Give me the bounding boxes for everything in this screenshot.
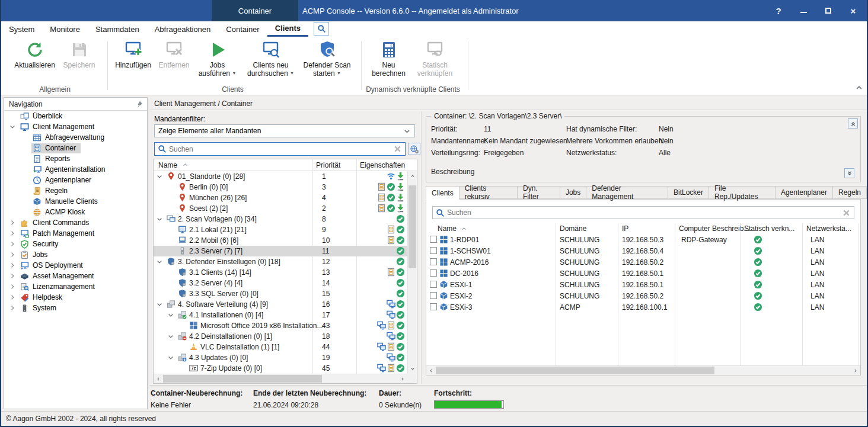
ribbon-speichern-button[interactable]: Speichern <box>60 40 99 69</box>
scroll-up-arrow[interactable] <box>408 171 417 181</box>
chevron-down-icon[interactable] <box>9 123 16 130</box>
mandant-filter-select[interactable]: Zeige Elemente aller Mandanten <box>154 124 415 137</box>
chevron-right-icon[interactable] <box>9 230 16 237</box>
sidebar-item-jobs[interactable]: Jobs <box>4 249 147 260</box>
client-checkbox[interactable] <box>430 269 437 277</box>
sidebar-item-überblick[interactable]: Überblick <box>4 111 147 121</box>
clear-search-icon[interactable] <box>393 145 402 153</box>
tab-dyn-filter[interactable]: Dyn. Filter <box>517 186 560 199</box>
ribbon-clients-neu-durchsuchen-button[interactable]: Clients neu durchsuchen ▼ <box>242 40 299 78</box>
clients-table-header[interactable]: NameDomäneIPComputer Beschreib...Statisc… <box>426 223 860 234</box>
expand-description-button[interactable] <box>844 168 854 178</box>
clients-horizontal-scrollbar[interactable] <box>426 365 860 375</box>
clients-col-ip[interactable]: IP <box>622 224 628 233</box>
scroll-right-arrow[interactable] <box>851 366 860 375</box>
scroll-left-arrow[interactable] <box>154 374 163 384</box>
client-checkbox[interactable] <box>430 258 437 265</box>
scroll-thumb[interactable] <box>163 375 322 383</box>
container-row-3-defender-einstellugen-0-18[interactable]: 3. Defender Einstellugen (0) [18]12 <box>154 256 407 267</box>
sidebar-item-patch-management[interactable]: Patch Management <box>4 228 147 239</box>
tree-header[interactable]: NamePrioritätEigenschaften <box>154 159 417 171</box>
chevron-right-icon[interactable] <box>9 262 16 269</box>
collapse-details-button[interactable] <box>848 118 858 129</box>
chevron-right-icon[interactable] <box>9 272 16 280</box>
client-checkbox[interactable] <box>430 281 437 288</box>
container-row-4-2-deinstallationen-0-1[interactable]: 4.2 Deinstallationen (0) [1]18 <box>154 331 407 342</box>
client-checkbox[interactable] <box>430 236 437 243</box>
panel-splitter[interactable] <box>421 111 422 384</box>
chevron-right-icon[interactable] <box>9 294 16 301</box>
clients-col-domäne[interactable]: Domäne <box>560 224 586 233</box>
tree-col-name[interactable]: Name <box>158 161 177 169</box>
sidebar-item-regeln[interactable]: Regeln <box>4 185 147 196</box>
chevron-right-icon[interactable] <box>9 304 16 312</box>
sidebar-item-abfrageverwaltung[interactable]: Abfrageverwaltung <box>4 132 147 143</box>
ribbon-entfernen-button[interactable]: Entfernen <box>156 40 193 78</box>
sidebar-item-system[interactable]: System <box>4 303 147 313</box>
chevron-right-icon[interactable] <box>9 283 16 290</box>
tab-file-rep-updates[interactable]: File Rep./Updates <box>709 186 776 199</box>
ribbon-statisch-verknüpfen-button[interactable]: Statisch verknüpfen <box>411 40 459 78</box>
container-row-münchen-26-26[interactable]: München (26) [26]4 <box>154 192 407 203</box>
menu-monitore[interactable]: Monitore <box>42 21 88 37</box>
chevron-down-icon[interactable] <box>167 312 174 319</box>
sidebar-item-agentenplaner[interactable]: Agentenplaner <box>4 175 147 185</box>
container-row-berlin-0-0[interactable]: Berlin (0) [0]3 <box>154 182 407 192</box>
ribbon-neu-berechnen-button[interactable]: 0Neu berechnen <box>368 40 410 78</box>
client-checkbox[interactable] <box>430 292 437 299</box>
pushpin-icon[interactable] <box>135 100 143 108</box>
sidebar-item-security[interactable]: Security <box>4 239 147 249</box>
close-button[interactable]: × <box>841 0 866 21</box>
tab-agentenplaner[interactable]: Agentenplaner <box>775 186 833 199</box>
clients-col-name[interactable]: Name <box>438 224 457 233</box>
sidebar-item-container[interactable]: Container <box>4 143 147 153</box>
container-row-2-2-mobil-6-6[interactable]: 2.2 Mobil (6) [6]10 <box>154 235 407 246</box>
sidebar-item-reports[interactable]: Reports <box>4 153 147 164</box>
clients-col-netzwerksta[interactable]: Netzwerksta... <box>806 224 851 233</box>
scroll-left-arrow[interactable] <box>426 366 436 375</box>
container-row-vlc-deinstallation-1-1[interactable]: VLC Deinstallation (1) [1]44 <box>154 342 407 352</box>
scroll-thumb[interactable] <box>436 367 714 374</box>
container-row-3-2-server-4-4[interactable]: 3.2 Server (4) [4]14 <box>154 278 407 288</box>
clients-search-input[interactable]: Suchen <box>432 206 854 219</box>
client-row-1-rdp01[interactable]: 1-RDP01SCHULUNG192.168.50.3RDP-GatewayLA… <box>426 234 860 245</box>
scroll-right-arrow[interactable] <box>398 374 407 384</box>
container-row-microsoft-office-2019-x86-installation[interactable]: Microsoft Office 2019 x86 Installation..… <box>154 320 407 331</box>
chevron-down-icon[interactable] <box>167 354 174 361</box>
ribbon-aktualisieren-button[interactable]: Aktualisieren <box>11 40 59 69</box>
tree-col-eigenschaften[interactable]: Eigenschaften <box>360 161 405 169</box>
client-row-dc-2016[interactable]: DC-2016SCHULUNG192.168.50.1LAN <box>426 268 860 279</box>
client-checkbox[interactable] <box>430 247 437 254</box>
tab-clients-rekursiv[interactable]: Clients rekursiv <box>459 186 518 199</box>
chevron-down-icon[interactable] <box>156 301 163 308</box>
sidebar-item-client-management[interactable]: Client Management <box>4 121 147 132</box>
ribbon-hinzufügen-button[interactable]: Hinzufügen <box>112 40 155 78</box>
chevron-down-icon[interactable] <box>156 258 163 265</box>
minimize-button[interactable] <box>791 0 816 21</box>
titlebar-container-tab[interactable]: Container <box>212 0 298 21</box>
container-row-4-software-verteilung-4-9[interactable]: 4. Software Verteilung (4) [9]16 <box>154 299 407 310</box>
sidebar-item-acmp-kiosk[interactable]: ACMP Kiosk <box>4 207 147 217</box>
menu-container[interactable]: Container <box>218 21 267 37</box>
menu-stammdaten[interactable]: Stammdaten <box>88 21 147 37</box>
clients-col-statisch-verkn[interactable]: Statisch verkn... <box>744 224 794 233</box>
chevron-right-icon[interactable] <box>9 240 16 248</box>
sidebar-item-helpdesk[interactable]: Helpdesk <box>4 292 147 303</box>
sidebar-item-os-deployment[interactable]: OS Deployment <box>4 260 147 271</box>
clients-col-computer-beschreib[interactable]: Computer Beschreib... <box>679 224 749 233</box>
ribbon-collapse-button[interactable] <box>854 83 864 92</box>
clear-search-icon[interactable] <box>842 208 851 217</box>
container-row-2-3-server-7-7[interactable]: 2.3 Server (7) [7]11 <box>154 246 407 256</box>
tab-jobs[interactable]: Jobs <box>560 186 586 199</box>
ribbon-defender-scan-starten-button[interactable]: Defender Scan starten ▼ <box>301 40 354 78</box>
container-row-3-1-clients-14-14[interactable]: 3.1 Clients (14) [14]13 <box>154 267 407 278</box>
maximize-button[interactable] <box>816 0 841 21</box>
client-row-esxi-2[interactable]: ESXi-2SCHULUNG192.168.50.2LAN <box>426 290 860 301</box>
container-row-2-scan-vorlagen-0-34[interactable]: 2. Scan Vorlagen (0) [34]8 <box>154 214 407 224</box>
tree-col-prioritaet[interactable]: Priorität <box>316 161 340 169</box>
scroll-down-arrow[interactable] <box>408 364 417 374</box>
chevron-right-icon[interactable] <box>9 251 16 258</box>
client-row-esxi-1[interactable]: ESXi-1SCHULUNG192.168.50.1LAN <box>426 279 860 290</box>
help-button[interactable]: ? <box>766 0 791 21</box>
container-row-7-zip-update-0-0[interactable]: 7z7-Zip Update (0) [0]45 <box>154 363 407 374</box>
